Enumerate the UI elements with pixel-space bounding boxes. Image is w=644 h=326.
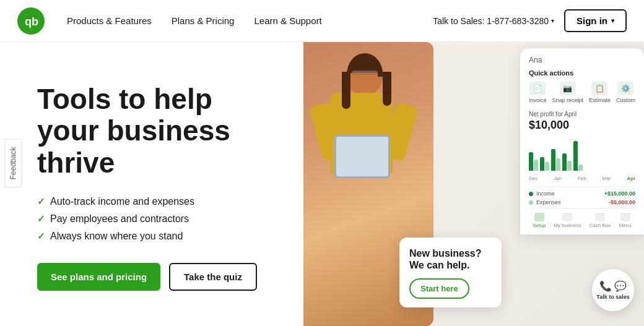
- chart-legend: Income +$15,000.00 Expenses -$5,000.00: [529, 186, 635, 205]
- feature-list: ✓ Auto-track income and expenses ✓ Pay e…: [37, 196, 274, 242]
- estimate-icon: 📋: [591, 82, 607, 95]
- cash-flow-icon: [595, 213, 605, 221]
- nav-learn-support[interactable]: Learn & Support: [254, 15, 321, 26]
- sign-in-button[interactable]: Sign in ▾: [564, 9, 627, 32]
- action-snap-receipt[interactable]: 📷 Snap receipt: [552, 82, 583, 103]
- cta-buttons: See plans and pricing Take the quiz: [37, 263, 274, 291]
- chart-bar-mar: [562, 153, 572, 171]
- feature-item-1: ✓ Auto-track income and expenses: [37, 196, 274, 207]
- new-business-title: New business? We can help.: [409, 247, 492, 271]
- talk-sales-label: Talk to sales: [596, 294, 629, 300]
- check-icon-3: ✓: [37, 231, 45, 242]
- nav-plans-pricing[interactable]: Plans & Pricing: [172, 15, 235, 26]
- feature-item-3: ✓ Always know where you stand: [37, 231, 274, 242]
- dashboard-bottom-nav: Setup My business Cash flow Menu: [529, 208, 635, 228]
- hero-title: Tools to help your business thrive: [37, 84, 274, 179]
- nav-products-features[interactable]: Products & Features: [67, 15, 152, 26]
- chart-labels: Dec Jan Feb Mar Apr: [529, 176, 635, 181]
- quick-actions-label: Quick actions: [529, 69, 635, 77]
- hero-right: Ana Quick actions 📄 Invoice 📷 Snap recei…: [303, 42, 644, 326]
- chart-bar-apr: [573, 141, 583, 171]
- setup-icon: [534, 213, 544, 221]
- nav-left: qb Products & Features Plans & Pricing L…: [17, 7, 322, 35]
- new-business-card: New business? We can help. Start here: [399, 238, 502, 307]
- feature-item-2: ✓ Pay employees and contractors: [37, 213, 274, 225]
- profit-chart: [529, 137, 635, 171]
- nav-setup[interactable]: Setup: [533, 213, 546, 228]
- hero-left: Tools to help your business thrive ✓ Aut…: [0, 42, 303, 326]
- hero-section: Tools to help your business thrive ✓ Aut…: [0, 42, 644, 326]
- start-here-button[interactable]: Start here: [409, 278, 469, 299]
- nav-right: Talk to Sales: 1-877-683-3280 ▾ Sign in …: [433, 9, 627, 32]
- nav-my-business[interactable]: My business: [554, 213, 581, 228]
- action-custom[interactable]: ⚙️ Custom: [616, 82, 635, 103]
- nav-cash-flow[interactable]: Cash flow: [590, 213, 611, 228]
- chat-icon: 💬: [614, 280, 627, 292]
- legend-expenses: Expenses -$5,000.00: [529, 199, 635, 205]
- custom-icon: ⚙️: [617, 82, 633, 95]
- nav-menu[interactable]: Menu: [619, 213, 632, 228]
- legend-income: Income +$15,000.00: [529, 191, 635, 197]
- talk-to-sales-bubble[interactable]: 📞 💬 Talk to sales: [592, 269, 634, 311]
- snap-receipt-icon: 📷: [560, 82, 576, 95]
- quickbooks-logo[interactable]: qb: [17, 7, 45, 35]
- menu-icon: [620, 213, 630, 221]
- dashboard-preview: Ana Quick actions 📄 Invoice 📷 Snap recei…: [520, 48, 644, 234]
- feedback-tab[interactable]: Feedback: [4, 139, 22, 187]
- invoice-icon: 📄: [529, 82, 546, 95]
- check-icon-2: ✓: [37, 213, 45, 225]
- nav-links: Products & Features Plans & Pricing Lear…: [67, 15, 322, 26]
- talk-to-sales-nav[interactable]: Talk to Sales: 1-877-683-3280 ▾: [433, 16, 554, 26]
- chart-bar-jan: [540, 157, 549, 171]
- phone-icon: 📞: [599, 280, 612, 292]
- chart-bar-dec: [529, 152, 538, 171]
- income-dot-icon: [529, 192, 533, 196]
- talk-sales-icons-row: 📞 💬: [599, 280, 627, 292]
- net-profit-label: Net profit for April: [529, 111, 635, 118]
- chart-bar-feb: [551, 149, 560, 171]
- quick-actions-row: 📄 Invoice 📷 Snap receipt 📋 Estimate ⚙️ C…: [529, 82, 635, 103]
- svg-text:qb: qb: [25, 15, 38, 28]
- check-icon-1: ✓: [37, 196, 45, 207]
- my-business-icon: [562, 213, 572, 221]
- expense-dot-icon: [529, 200, 533, 205]
- chevron-down-icon: ▾: [611, 17, 614, 24]
- take-quiz-button[interactable]: Take the quiz: [169, 263, 257, 291]
- action-invoice[interactable]: 📄 Invoice: [529, 82, 547, 103]
- action-estimate[interactable]: 📋 Estimate: [589, 82, 611, 103]
- navbar: qb Products & Features Plans & Pricing L…: [0, 0, 644, 42]
- dashboard-user-name: Ana: [529, 56, 635, 64]
- see-plans-button[interactable]: See plans and pricing: [37, 263, 160, 291]
- chevron-down-icon: ▾: [551, 17, 554, 24]
- net-profit-value: $10,000: [529, 119, 635, 132]
